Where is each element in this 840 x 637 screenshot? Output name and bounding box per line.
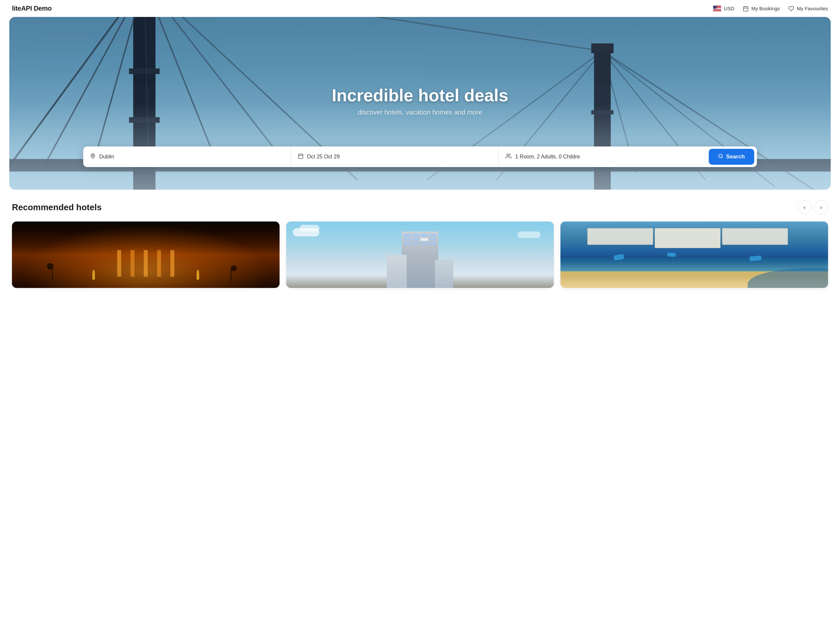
us-flag-icon — [713, 6, 721, 12]
hero-subtitle: discover hotels, vacation homes and more — [9, 109, 831, 116]
currency-label: USD — [724, 6, 734, 11]
location-field[interactable]: Dublin — [83, 147, 291, 167]
logo-text: liteAPI Demo — [12, 5, 52, 12]
search-button[interactable]: Search — [709, 149, 754, 165]
hero-section: Incredible hotel deals discover hotels, … — [9, 17, 831, 190]
chevron-right-icon: › — [820, 204, 822, 211]
currency-selector[interactable]: USD — [713, 6, 734, 12]
svg-point-37 — [507, 154, 509, 156]
recommended-section: Recommended hotels ‹ › — [0, 200, 840, 301]
svg-rect-33 — [298, 154, 303, 159]
guests-value: 1 Room, 2 Adults, 0 Childre — [515, 154, 580, 160]
search-btn-icon — [718, 153, 723, 160]
carousel-prev-button[interactable]: ‹ — [797, 200, 812, 214]
header: liteAPI Demo USD My Bookings — [0, 0, 840, 17]
chevron-left-icon: ‹ — [804, 204, 805, 211]
hero-content: Incredible hotel deals discover hotels, … — [9, 85, 831, 116]
my-bookings-nav[interactable]: My Bookings — [742, 5, 780, 12]
svg-rect-9 — [129, 68, 160, 74]
section-header: Recommended hotels ‹ › — [12, 200, 828, 214]
hotel-card[interactable] — [561, 221, 828, 288]
dates-field[interactable]: Oct 25 Oct 29 — [291, 147, 499, 167]
hotel-card[interactable] — [286, 221, 554, 288]
guests-field[interactable]: 1 Room, 2 Adults, 0 Childre — [499, 147, 706, 167]
logo[interactable]: liteAPI Demo — [12, 5, 52, 12]
calendar-icon — [742, 5, 749, 12]
search-bar: Dublin Oct 25 Oct 29 — [83, 147, 757, 167]
dates-value: Oct 25 Oct 29 — [307, 154, 339, 160]
svg-point-38 — [719, 154, 722, 158]
svg-line-39 — [722, 157, 723, 158]
header-right: USD My Bookings My Favourites — [713, 5, 828, 12]
calendar-search-icon — [297, 153, 303, 161]
carousel-controls: ‹ › — [797, 200, 828, 214]
my-favourites-nav[interactable]: My Favourites — [788, 5, 828, 12]
svg-point-32 — [92, 155, 94, 156]
location-icon — [90, 153, 96, 161]
hotels-grid — [12, 221, 828, 288]
guests-icon — [505, 153, 512, 161]
location-value: Dublin — [99, 154, 114, 160]
hotel-card[interactable] — [12, 221, 279, 288]
recommended-title: Recommended hotels — [12, 202, 102, 213]
carousel-next-button[interactable]: › — [814, 200, 828, 214]
my-bookings-label: My Bookings — [752, 6, 780, 11]
my-favourites-label: My Favourites — [797, 6, 828, 11]
heart-icon — [788, 5, 794, 12]
search-btn-label: Search — [726, 153, 745, 160]
svg-rect-0 — [744, 6, 748, 11]
hero-title: Incredible hotel deals — [9, 85, 831, 105]
